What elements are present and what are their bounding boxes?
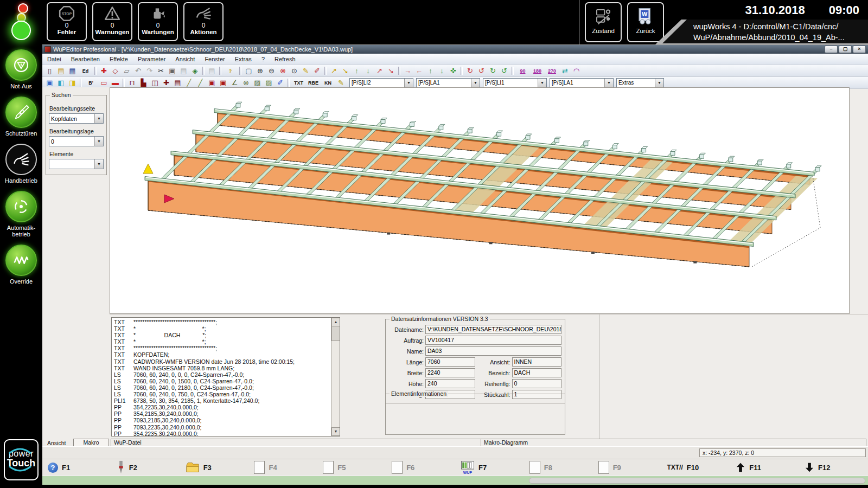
status-button-fehler[interactable]: STOP0Fehler (47, 2, 87, 41)
joint-lap-icon[interactable]: ⊓ (127, 78, 137, 87)
rotate-270-button[interactable]: 270 (545, 66, 559, 75)
cut-slash-icon[interactable]: ╱ (184, 78, 194, 87)
sidebar-button-not-aus[interactable]: Not-Aus (0, 49, 42, 89)
scroll-down-icon[interactable]: ▼ (331, 427, 340, 436)
move-cross-icon[interactable]: ✚ (99, 66, 109, 75)
angle-icon[interactable]: ∠ (229, 78, 240, 87)
select-rect-icon[interactable]: ▢ (244, 66, 254, 75)
chevron-down-icon[interactable]: ▼ (94, 159, 103, 169)
cut-icon[interactable]: ✂ (156, 66, 166, 75)
layer-blue-icon[interactable]: ▣ (44, 78, 55, 87)
rbe-button[interactable]: RBE (307, 78, 320, 87)
fkey-f8[interactable]: F8 (524, 461, 593, 474)
open-folder-icon[interactable]: ▤ (56, 66, 66, 75)
rotate-ccw-green-icon[interactable]: ↺ (499, 66, 509, 75)
shield-icon[interactable]: ◈ (190, 66, 200, 75)
paste-icon[interactable]: ▤ (178, 66, 189, 75)
menu-effekte[interactable]: Effekte (105, 56, 133, 62)
toolbar-dropdown-2[interactable]: [P/S]LA1▼ (416, 78, 480, 88)
joint-grid-icon[interactable]: ▤ (173, 78, 183, 87)
zoom-out-icon[interactable]: ⊖ (266, 66, 277, 75)
fkey-f1[interactable]: ?F1 (42, 463, 111, 473)
code-scrollbar[interactable]: ▲ ▼ (331, 318, 340, 436)
pocket2-icon[interactable]: ▣ (218, 78, 228, 87)
joint-cross-icon[interactable]: ✚ (161, 78, 171, 87)
status-button-wartungen[interactable]: 0Wartungen (138, 2, 178, 41)
maximize-icon[interactable]: ▢ (839, 46, 852, 53)
fkey-f12[interactable]: F12 (799, 461, 868, 474)
redo-icon[interactable]: ↷ (144, 66, 155, 75)
menu-extras[interactable]: Extras (230, 56, 257, 62)
status-button-aktionen[interactable]: 0Aktionen (183, 2, 224, 41)
marker-blue-icon[interactable]: ✐ (275, 78, 285, 87)
shift-x-left-icon[interactable]: ← (414, 66, 424, 75)
menu-[interactable]: ? (257, 56, 270, 62)
scroll-thumb[interactable] (331, 326, 340, 341)
measure-down-yellow-icon[interactable]: ↘ (340, 66, 350, 75)
fkey-f5[interactable]: F5 (317, 461, 386, 474)
pen-yellow-icon[interactable]: ✎ (301, 66, 311, 75)
3d-viewport[interactable] (110, 87, 850, 314)
shift-y-down-icon[interactable]: ↓ (437, 66, 447, 75)
measure-up-red-icon[interactable]: ↗ (374, 66, 385, 75)
layer-yellow-icon[interactable]: ◨ (67, 78, 78, 87)
bottom-scrollbar[interactable] (529, 478, 865, 484)
shift-x-right-icon[interactable]: → (403, 66, 413, 75)
close-icon[interactable]: × (853, 46, 866, 53)
scroll-up-icon[interactable]: ▲ (331, 318, 340, 326)
chevron-down-icon[interactable]: ▼ (604, 79, 613, 87)
chevron-down-icon[interactable]: ▼ (94, 137, 103, 146)
rotate-180-button[interactable]: 180 (531, 66, 544, 75)
joint-mortise-icon[interactable]: ◫ (150, 78, 160, 87)
beam-ref-icon[interactable]: B' (84, 78, 98, 87)
page-edit-icon[interactable]: ▱ (122, 66, 132, 75)
nav-button-zuruck[interactable]: WZurück (627, 2, 664, 42)
polygon-edit-icon[interactable]: ◇ (110, 66, 120, 75)
layer-cyan-icon[interactable]: ◧ (56, 78, 66, 87)
nav-button-zustand[interactable]: Zustand (585, 2, 622, 42)
txt-button[interactable]: TXT (292, 78, 305, 87)
zoom-cancel-icon[interactable]: ⊗ (278, 66, 288, 75)
shift-y-up-icon[interactable]: ↑ (425, 66, 436, 75)
fkey-f2[interactable]: F2 (111, 460, 180, 474)
move-all-icon[interactable]: ✜ (448, 66, 458, 75)
joint-corner-icon[interactable]: ▙ (138, 78, 149, 87)
ring-icon[interactable]: ⊚ (241, 78, 251, 87)
pen-red-icon[interactable]: ✐ (312, 66, 322, 75)
rotate-cw-red-icon[interactable]: ↻ (465, 66, 475, 75)
info-field-dateiname[interactable]: V:\KUNDEN_DATENSAETZE\SCHNOOR_DEU\2018\2… (425, 325, 561, 334)
chevron-down-icon[interactable]: ▼ (538, 79, 546, 87)
rotate-cw-green-icon[interactable]: ↻ (488, 66, 498, 75)
toolbar-dropdown-5[interactable]: Extras▼ (616, 78, 664, 88)
oval-outline-icon[interactable]: ▭ (99, 78, 109, 87)
menu-refresh[interactable]: Refresh (270, 56, 301, 62)
info-field-auftrag[interactable]: VV100417 (425, 336, 561, 345)
bearbeitungslage-select[interactable]: 0 ▼ (49, 136, 104, 146)
fkey-f10[interactable]: TXT//F10 (661, 464, 730, 472)
sidebar-button-automatik-betrieb[interactable]: Automatik- betrieb (0, 191, 42, 237)
wup-code-box[interactable]: TXT*************************************… (111, 317, 340, 436)
bearbeitungsseite-select[interactable]: Kopfdaten ▼ (49, 113, 104, 124)
sidebar-button-override[interactable]: Override (0, 245, 42, 285)
save-icon[interactable]: ▦ (67, 66, 78, 75)
menu-parameter[interactable]: Parameter (133, 56, 170, 62)
tab-makro[interactable]: Makro (73, 439, 109, 447)
menu-bearbeiten[interactable]: Bearbeiten (66, 56, 105, 62)
fkey-f4[interactable]: F4 (248, 461, 317, 474)
toolbar-dropdown-3[interactable]: [P/S]LI1▼ (483, 78, 547, 88)
menu-datei[interactable]: Datei (42, 56, 66, 62)
rotate-90-button[interactable]: 90 (516, 66, 529, 75)
sidebar-button-schutzt-ren[interactable]: Schutztüren (0, 97, 42, 137)
zoom-window-icon[interactable]: ⊙ (289, 66, 299, 75)
chevron-down-icon[interactable]: ▼ (471, 79, 480, 87)
status-button-warnungen[interactable]: 0Warnungen (92, 2, 132, 41)
fkey-f9[interactable]: F9 (593, 461, 662, 474)
help-icon[interactable]: ? (224, 66, 237, 75)
info-field-breite[interactable]: 2240 (425, 368, 475, 377)
fkey-f7[interactable]: WUPF7 (455, 461, 524, 474)
swap-arrows-icon[interactable]: ⇄ (560, 66, 570, 75)
menu-ansicht[interactable]: Ansicht (170, 56, 200, 62)
elemente-select[interactable]: ▼ (49, 159, 104, 169)
menu-fenster[interactable]: Fenster (200, 56, 229, 62)
chevron-down-icon[interactable]: ▼ (655, 79, 663, 87)
